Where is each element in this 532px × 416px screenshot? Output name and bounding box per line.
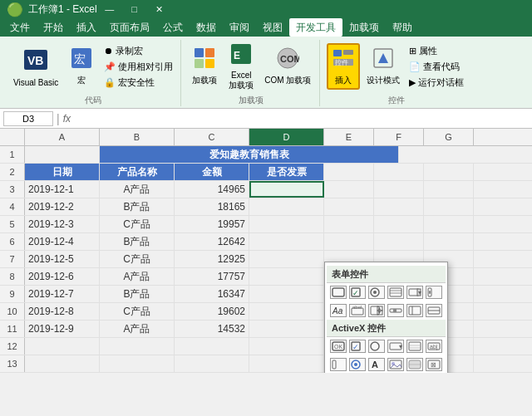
- run-dialog-button[interactable]: ▶ 运行对话框: [406, 76, 466, 90]
- cell-d6[interactable]: [249, 233, 324, 250]
- activex-more-icon[interactable]: ⊠: [426, 358, 442, 371]
- col-header-c[interactable]: C: [175, 129, 249, 145]
- cell-c6[interactable]: 12642: [175, 233, 249, 250]
- form-checkbox-icon[interactable]: ✓: [349, 286, 366, 299]
- cell-a9[interactable]: 2019-12-7: [25, 286, 100, 302]
- cell-a6[interactable]: 2019-12-4: [25, 233, 100, 250]
- cell-f3[interactable]: [374, 181, 424, 198]
- cell-c3[interactable]: 14965: [175, 181, 249, 198]
- cell-a11[interactable]: 2019-12-9: [25, 321, 100, 337]
- activex-option-icon[interactable]: [368, 340, 385, 353]
- activex-option2-icon[interactable]: [349, 358, 366, 371]
- cell-a1[interactable]: [25, 146, 100, 163]
- minimize-button[interactable]: —: [97, 0, 122, 18]
- cell-d12[interactable]: [249, 338, 324, 355]
- cell-a5[interactable]: 2019-12-3: [25, 216, 100, 232]
- menu-view[interactable]: 视图: [256, 18, 289, 37]
- cell-a3[interactable]: 2019-12-1: [25, 181, 100, 198]
- cell-b2[interactable]: 产品名称: [100, 164, 175, 180]
- col-header-a[interactable]: A: [25, 129, 100, 145]
- cell-c8[interactable]: 17757: [175, 268, 249, 285]
- cell-f5[interactable]: [374, 216, 424, 232]
- cell-c11[interactable]: 14532: [175, 321, 249, 337]
- addins-button[interactable]: 加载项: [188, 45, 221, 88]
- cell-e4[interactable]: [324, 198, 374, 215]
- cell-d10[interactable]: [249, 303, 324, 320]
- cell-d2[interactable]: 是否发票: [249, 164, 324, 180]
- cell-b13[interactable]: [100, 355, 175, 372]
- cell-d7[interactable]: [249, 251, 324, 267]
- form-option-icon[interactable]: [368, 286, 385, 299]
- cell-d13[interactable]: [249, 355, 324, 372]
- cell-b8[interactable]: A产品: [100, 268, 175, 285]
- menu-formula[interactable]: 公式: [156, 18, 190, 37]
- menu-review[interactable]: 审阅: [223, 18, 256, 37]
- design-mode-button[interactable]: 设计模式: [363, 45, 403, 88]
- macro-security-button[interactable]: 🔒 宏安全性: [101, 76, 175, 90]
- cell-a4[interactable]: 2019-12-2: [25, 198, 100, 215]
- cell-d11[interactable]: [249, 321, 324, 337]
- cell-b3[interactable]: A产品: [100, 181, 175, 198]
- cell-b10[interactable]: C产品: [100, 303, 175, 320]
- form-listbox-icon[interactable]: [387, 286, 404, 299]
- cell-b12[interactable]: [100, 338, 175, 355]
- cell-e3[interactable]: [324, 181, 374, 198]
- cell-d3[interactable]: [249, 181, 324, 198]
- properties-button[interactable]: ⊞ 属性: [406, 44, 466, 58]
- cell-e2[interactable]: [324, 164, 374, 180]
- activex-scrollbar-icon[interactable]: [330, 358, 347, 371]
- record-macro-button[interactable]: ⏺ 录制宏: [101, 44, 175, 58]
- cell-c7[interactable]: 12925: [175, 251, 249, 267]
- form-spinner-icon[interactable]: ▴▾: [368, 304, 385, 317]
- cell-b11[interactable]: A产品: [100, 321, 175, 337]
- relative-ref-button[interactable]: 📌 使用相对引用: [101, 60, 175, 74]
- activex-listbox-icon[interactable]: [406, 340, 423, 353]
- menu-developer[interactable]: 开发工具: [289, 18, 342, 37]
- cell-b6[interactable]: B产品: [100, 233, 175, 250]
- cell-a7[interactable]: 2019-12-5: [25, 251, 100, 267]
- activex-textbox-icon[interactable]: ab|: [426, 340, 442, 353]
- cell-c4[interactable]: 18165: [175, 198, 249, 215]
- form-scrollbar-icon[interactable]: [426, 286, 442, 299]
- cell-title[interactable]: 爱知趣教育销售表: [100, 146, 399, 163]
- cell-d4[interactable]: [249, 198, 324, 215]
- cell-d9[interactable]: [249, 286, 324, 302]
- cell-c9[interactable]: 16347: [175, 286, 249, 302]
- activex-label-icon[interactable]: A: [368, 358, 385, 371]
- form-button-icon[interactable]: [330, 286, 347, 299]
- cell-e5[interactable]: [324, 216, 374, 232]
- cell-g4[interactable]: [424, 198, 474, 215]
- form-extra2-icon[interactable]: [426, 304, 442, 317]
- col-header-e[interactable]: E: [324, 129, 374, 145]
- cell-a12[interactable]: [25, 338, 100, 355]
- cell-b9[interactable]: B产品: [100, 286, 175, 302]
- cell-d8[interactable]: [249, 268, 324, 285]
- com-addins-button[interactable]: COM COM 加载项: [261, 45, 314, 88]
- form-hscrollbar-icon[interactable]: [387, 304, 404, 317]
- cell-e6[interactable]: [324, 233, 374, 250]
- insert-control-button[interactable]: 控件 插入: [327, 43, 360, 90]
- menu-file[interactable]: 文件: [3, 18, 37, 37]
- cell-f4[interactable]: [374, 198, 424, 215]
- form-extra1-icon[interactable]: [406, 304, 423, 317]
- menu-help[interactable]: 帮助: [386, 18, 419, 37]
- visual-basic-button[interactable]: VB Visual Basic: [10, 45, 62, 89]
- excel-addins-button[interactable]: E Excel加载项: [224, 41, 258, 93]
- maximize-button[interactable]: □: [122, 0, 147, 18]
- menu-page-layout[interactable]: 页面布局: [103, 18, 156, 37]
- cell-b7[interactable]: C产品: [100, 251, 175, 267]
- cell-g6[interactable]: [424, 233, 474, 250]
- activex-combobox-icon[interactable]: ▾: [387, 340, 404, 353]
- cell-c13[interactable]: [175, 355, 249, 372]
- cell-a10[interactable]: 2019-12-8: [25, 303, 100, 320]
- cell-g3[interactable]: [424, 181, 474, 198]
- cell-f2[interactable]: [374, 164, 424, 180]
- col-header-d[interactable]: D: [249, 129, 324, 145]
- activex-image-icon[interactable]: [387, 358, 404, 371]
- cell-reference-input[interactable]: [3, 111, 53, 126]
- form-combobox-icon[interactable]: ▾: [406, 286, 423, 299]
- menu-data[interactable]: 数据: [190, 18, 223, 37]
- col-header-b[interactable]: B: [100, 129, 175, 145]
- cell-b4[interactable]: B产品: [100, 198, 175, 215]
- col-header-f[interactable]: F: [374, 129, 424, 145]
